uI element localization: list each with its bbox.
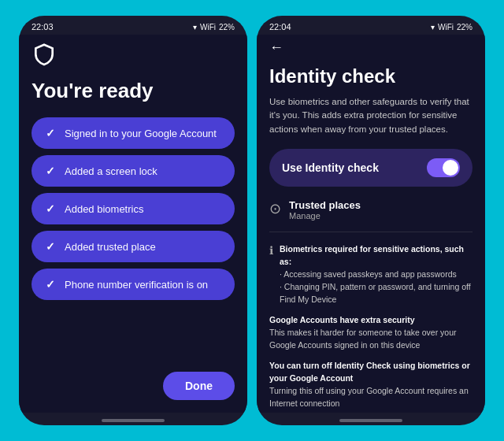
info-sections: ℹ Biometrics required for sensitive acti… bbox=[269, 243, 472, 413]
right-time: 22:04 bbox=[269, 22, 291, 32]
check-label-5: Phone number verification is on bbox=[65, 279, 208, 291]
signal-icon: ▾ bbox=[193, 23, 197, 32]
trusted-places-info: Trusted places Manage bbox=[289, 199, 361, 220]
right-phone: 22:04 ▾ WiFi 22% ← Identity check Use bi… bbox=[257, 16, 485, 425]
info-bold-2: Google Accounts have extra security bbox=[269, 314, 472, 327]
right-status-icons: ▾ WiFi 22% bbox=[431, 23, 472, 32]
check-item-2: ✓ Added a screen lock bbox=[32, 155, 235, 187]
info-block-2: Google Accounts have extra security This… bbox=[269, 314, 472, 352]
right-status-bar: 22:04 ▾ WiFi 22% bbox=[257, 16, 485, 35]
battery-icon-r: 22% bbox=[457, 23, 472, 32]
wifi-icon: WiFi bbox=[200, 23, 216, 32]
bullet-2: Changing PIN, pattern or password, and t… bbox=[280, 281, 472, 306]
check-label-2: Added a screen lock bbox=[65, 165, 158, 177]
trusted-places-title: Trusted places bbox=[289, 199, 361, 211]
info-text-2: Google Accounts have extra security This… bbox=[269, 314, 472, 352]
check-icon-3: ✓ bbox=[46, 202, 55, 215]
battery-icon: 22% bbox=[219, 23, 235, 32]
check-item-5: ✓ Phone number verification is on bbox=[32, 269, 235, 300]
location-icon: ⊙ bbox=[269, 200, 281, 217]
info-icon-1: ℹ bbox=[269, 244, 273, 306]
right-screen: ← Identity check Use biometrics and othe… bbox=[257, 35, 485, 413]
toggle-row[interactable]: Use Identity check bbox=[269, 149, 472, 187]
shield-icon bbox=[32, 43, 235, 71]
identity-check-title: Identity check bbox=[269, 65, 472, 87]
left-status-bar: 22:03 ▾ WiFi 22% bbox=[19, 16, 247, 35]
check-item-1: ✓ Signed in to your Google Account bbox=[32, 117, 235, 149]
info-text-3: You can turn off Identity Check using bi… bbox=[269, 360, 472, 410]
wifi-icon-r: WiFi bbox=[438, 23, 454, 32]
left-phone: 22:03 ▾ WiFi 22% You're ready ✓ Signed i… bbox=[19, 16, 247, 425]
done-button-wrap: Done bbox=[32, 364, 235, 400]
identity-check-toggle[interactable] bbox=[427, 158, 460, 177]
toggle-label: Use Identity check bbox=[282, 161, 379, 174]
check-item-3: ✓ Added biometrics bbox=[32, 193, 235, 224]
home-bar-left bbox=[102, 419, 165, 422]
home-bar-right bbox=[339, 419, 402, 422]
trusted-places-row[interactable]: ⊙ Trusted places Manage bbox=[269, 199, 472, 232]
info-bold-3: You can turn off Identity Check using bi… bbox=[269, 360, 472, 385]
info-bold-1: Biometrics required for sensitive action… bbox=[280, 243, 472, 269]
biometrics-list: Accessing saved passkeys and app passwor… bbox=[280, 269, 472, 306]
left-status-icons: ▾ WiFi 22% bbox=[193, 23, 235, 32]
back-button[interactable]: ← bbox=[269, 39, 472, 56]
ready-title: You're ready bbox=[32, 79, 235, 103]
info-block-3: You can turn off Identity Check using bi… bbox=[269, 360, 472, 410]
check-icon-2: ✓ bbox=[46, 165, 55, 177]
check-label-1: Signed in to your Google Account bbox=[65, 128, 217, 139]
check-icon-5: ✓ bbox=[46, 278, 55, 291]
check-label-3: Added biometrics bbox=[65, 203, 143, 215]
checklist: ✓ Signed in to your Google Account ✓ Add… bbox=[32, 117, 235, 306]
info-text-1: Biometrics required for sensitive action… bbox=[280, 243, 472, 306]
toggle-knob bbox=[443, 160, 458, 176]
left-screen: You're ready ✓ Signed in to your Google … bbox=[19, 35, 247, 413]
trusted-places-manage[interactable]: Manage bbox=[289, 211, 361, 220]
check-icon-1: ✓ bbox=[46, 127, 55, 139]
done-button[interactable]: Done bbox=[163, 372, 235, 400]
identity-check-desc: Use biometrics and other safeguards to v… bbox=[269, 95, 472, 136]
check-item-4: ✓ Added trusted place bbox=[32, 231, 235, 262]
info-block-1: ℹ Biometrics required for sensitive acti… bbox=[269, 243, 472, 306]
left-time: 22:03 bbox=[32, 22, 54, 32]
bullet-1: Accessing saved passkeys and app passwor… bbox=[280, 269, 472, 281]
signal-icon-r: ▾ bbox=[431, 23, 435, 32]
check-label-4: Added trusted place bbox=[65, 241, 156, 253]
check-icon-4: ✓ bbox=[46, 240, 55, 253]
